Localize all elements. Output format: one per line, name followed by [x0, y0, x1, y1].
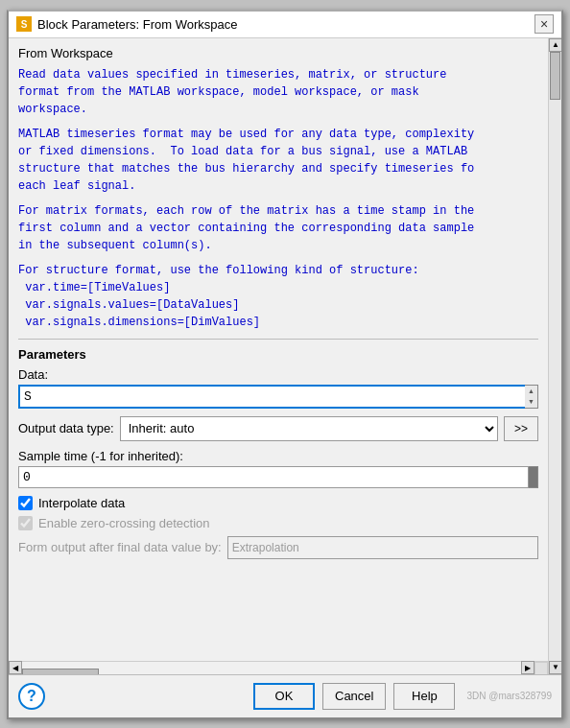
content-area: From Workspace Read data values specifie… [9, 38, 561, 674]
v-scrollbar-thumb[interactable] [550, 52, 560, 100]
button-bar: ? OK Cancel Help 3DN @mars328799 [9, 674, 561, 717]
title-bar: S Block Parameters: From Workspace × [9, 12, 561, 38]
section-header: From Workspace [18, 46, 538, 60]
title-bar-left: S Block Parameters: From Workspace [16, 16, 238, 32]
h-scrollbar-main: ◀ ▶ [9, 662, 534, 674]
form-output-input[interactable] [227, 536, 538, 559]
sample-input-side [529, 466, 538, 488]
form-output-row: Form output after final data value by: [18, 536, 538, 559]
description-para-2: MATLAB timeseries format may be used for… [18, 126, 538, 195]
output-type-dropdown[interactable]: Inherit: autodoublesingleint8int16int32u… [120, 416, 498, 441]
window-icon: S [16, 16, 32, 32]
v-scroll-down[interactable]: ▼ [549, 661, 561, 674]
output-type-label: Output data type: [18, 421, 114, 435]
description-para-4: For structure format, use the following … [18, 262, 538, 331]
zero-crossing-checkbox[interactable] [18, 516, 33, 530]
window-title: Block Parameters: From Workspace [37, 17, 238, 32]
cancel-button[interactable]: Cancel [322, 683, 386, 710]
zero-crossing-row: Enable zero-crossing detection [18, 516, 538, 530]
help-circle-button[interactable]: ? [18, 683, 45, 710]
main-window: S Block Parameters: From Workspace × Fro… [7, 10, 563, 719]
data-down-arrow: ▼ [525, 396, 537, 408]
close-button[interactable]: × [534, 14, 554, 34]
watermark: 3DN @mars328799 [466, 691, 552, 701]
help-button[interactable]: Help [393, 683, 455, 710]
h-scroll-right[interactable]: ▶ [521, 661, 534, 674]
h-scrollbar-corner [534, 662, 548, 674]
h-scroll-left[interactable]: ◀ [9, 661, 22, 674]
scrollable-body[interactable]: From Workspace Read data values specifie… [9, 38, 548, 661]
v-scrollbar[interactable]: ▲ ▼ [548, 38, 561, 674]
output-type-arrow-btn[interactable]: >> [504, 416, 538, 441]
sample-input-wrapper [18, 466, 538, 488]
h-scrollbar-thumb[interactable] [22, 669, 99, 674]
params-label: Parameters [18, 347, 538, 362]
interpolate-row: Interpolate data [18, 496, 538, 510]
data-input-wrapper: ▲ ▼ [18, 385, 538, 409]
description-para-3: For matrix formats, each row of the matr… [18, 202, 538, 254]
main-content: From Workspace Read data values specifie… [9, 38, 548, 674]
interpolate-checkbox[interactable] [18, 496, 33, 510]
data-up-arrow: ▲ [525, 386, 537, 397]
v-scrollbar-track[interactable] [549, 52, 561, 661]
ok-button[interactable]: OK [253, 683, 315, 710]
separator [18, 339, 538, 340]
zero-crossing-label: Enable zero-crossing detection [38, 516, 210, 530]
data-input[interactable] [18, 385, 525, 409]
form-output-label: Form output after final data value by: [18, 540, 222, 554]
v-scroll-up[interactable]: ▲ [549, 38, 561, 52]
h-scrollbar[interactable]: ◀ ▶ [9, 661, 548, 674]
data-input-side[interactable]: ▲ ▼ [525, 385, 538, 409]
sample-time-label: Sample time (-1 for inherited): [18, 449, 538, 463]
description-para-1: Read data values specified in timeseries… [18, 66, 538, 118]
sample-time-input[interactable] [18, 466, 529, 488]
interpolate-label: Interpolate data [38, 496, 125, 510]
output-type-row: Output data type: Inherit: autodoublesin… [18, 416, 538, 441]
data-field-label: Data: [18, 367, 538, 382]
